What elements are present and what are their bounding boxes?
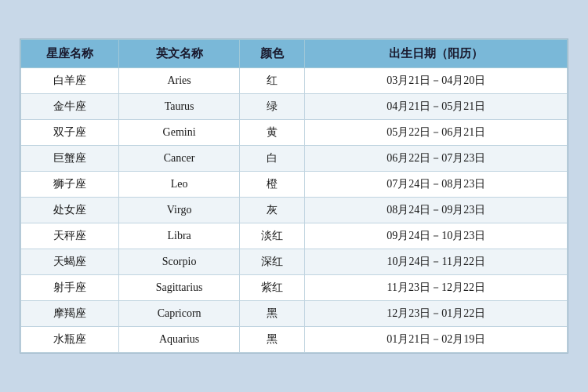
cell-chinese: 射手座 (21, 275, 119, 301)
cell-color: 绿 (239, 94, 305, 120)
header-chinese: 星座名称 (21, 40, 119, 68)
cell-english: Aquarius (119, 327, 239, 353)
table-row: 巨蟹座Cancer白06月22日－07月23日 (21, 146, 568, 172)
cell-english: Gemini (119, 120, 239, 146)
cell-date: 03月21日－04月20日 (305, 68, 568, 94)
table-header-row: 星座名称 英文名称 颜色 出生日期（阳历） (21, 40, 568, 68)
cell-chinese: 天秤座 (21, 223, 119, 249)
header-date: 出生日期（阳历） (305, 40, 568, 68)
table-body: 白羊座Aries红03月21日－04月20日金牛座Taurus绿04月21日－0… (21, 68, 568, 353)
cell-date: 12月23日－01月22日 (305, 301, 568, 327)
cell-color: 淡红 (239, 223, 305, 249)
cell-color: 深红 (239, 249, 305, 275)
cell-chinese: 处女座 (21, 198, 119, 223)
header-english: 英文名称 (119, 40, 239, 68)
table-row: 双子座Gemini黄05月22日－06月21日 (21, 120, 568, 146)
cell-date: 05月22日－06月21日 (305, 120, 568, 146)
table-row: 金牛座Taurus绿04月21日－05月21日 (21, 94, 568, 120)
table-row: 摩羯座Capricorn黑12月23日－01月22日 (21, 301, 568, 327)
cell-english: Leo (119, 172, 239, 198)
table-row: 天蝎座Scorpio深红10月24日－11月22日 (21, 249, 568, 275)
cell-date: 06月22日－07月23日 (305, 146, 568, 172)
cell-chinese: 白羊座 (21, 68, 119, 94)
cell-english: Sagittarius (119, 275, 239, 301)
cell-color: 紫红 (239, 275, 305, 301)
cell-date: 07月24日－08月23日 (305, 172, 568, 198)
cell-date: 10月24日－11月22日 (305, 249, 568, 275)
cell-english: Capricorn (119, 301, 239, 327)
cell-date: 11月23日－12月22日 (305, 275, 568, 301)
table-row: 狮子座Leo橙07月24日－08月23日 (21, 172, 568, 198)
cell-color: 红 (239, 68, 305, 94)
cell-chinese: 水瓶座 (21, 327, 119, 353)
cell-chinese: 狮子座 (21, 172, 119, 198)
cell-color: 灰 (239, 198, 305, 223)
cell-color: 橙 (239, 172, 305, 198)
cell-chinese: 双子座 (21, 120, 119, 146)
cell-english: Taurus (119, 94, 239, 120)
cell-chinese: 巨蟹座 (21, 146, 119, 172)
cell-date: 04月21日－05月21日 (305, 94, 568, 120)
header-color: 颜色 (239, 40, 305, 68)
cell-english: Virgo (119, 198, 239, 223)
cell-chinese: 摩羯座 (21, 301, 119, 327)
cell-color: 黑 (239, 301, 305, 327)
table-row: 水瓶座Aquarius黑01月21日－02月19日 (21, 327, 568, 353)
table-row: 白羊座Aries红03月21日－04月20日 (21, 68, 568, 94)
cell-chinese: 天蝎座 (21, 249, 119, 275)
cell-date: 08月24日－09月23日 (305, 198, 568, 223)
cell-color: 黑 (239, 327, 305, 353)
table-row: 射手座Sagittarius紫红11月23日－12月22日 (21, 275, 568, 301)
cell-chinese: 金牛座 (21, 94, 119, 120)
cell-color: 黄 (239, 120, 305, 146)
table-row: 处女座Virgo灰08月24日－09月23日 (21, 198, 568, 223)
cell-english: Cancer (119, 146, 239, 172)
table-row: 天秤座Libra淡红09月24日－10月23日 (21, 223, 568, 249)
cell-english: Libra (119, 223, 239, 249)
cell-date: 09月24日－10月23日 (305, 223, 568, 249)
cell-english: Scorpio (119, 249, 239, 275)
zodiac-table-container: 星座名称 英文名称 颜色 出生日期（阳历） 白羊座Aries红03月21日－04… (20, 38, 568, 354)
cell-color: 白 (239, 146, 305, 172)
zodiac-table: 星座名称 英文名称 颜色 出生日期（阳历） 白羊座Aries红03月21日－04… (20, 39, 568, 353)
cell-date: 01月21日－02月19日 (305, 327, 568, 353)
cell-english: Aries (119, 68, 239, 94)
